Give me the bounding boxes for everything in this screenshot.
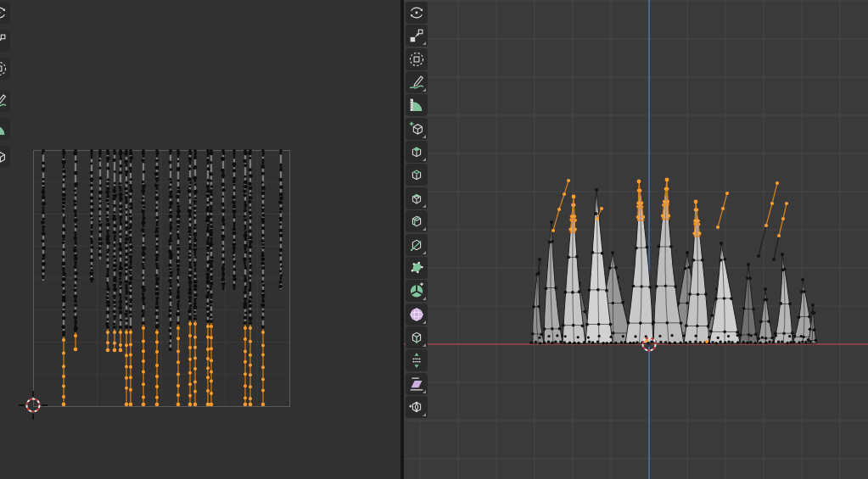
vertex-dot[interactable] [801, 278, 804, 281]
uv-vertex-dot[interactable] [169, 195, 173, 199]
vertex-dot[interactable] [591, 251, 594, 254]
uv-vertex-dot[interactable] [99, 202, 102, 204]
vertex-dot[interactable] [788, 303, 792, 306]
uv-selected-vertex-dot[interactable] [142, 382, 145, 386]
uv-vertex-dot[interactable] [248, 200, 251, 203]
uv-vertex-dot[interactable] [188, 152, 192, 155]
vertex-dot[interactable] [537, 305, 540, 309]
tool-inset-faces-button[interactable] [406, 164, 428, 186]
uv-vertex-dot[interactable] [261, 192, 266, 196]
uv-vertex-dot[interactable] [155, 248, 158, 251]
uv-selected-vertex-dot[interactable] [210, 392, 213, 395]
uv-vertex-dot[interactable] [249, 168, 252, 171]
vertex-dot[interactable] [754, 332, 758, 336]
uv-vertex-dot[interactable] [128, 292, 132, 296]
uv-vertex-dot[interactable] [244, 152, 248, 156]
vertex-dot[interactable] [808, 315, 811, 319]
uv-vertex-dot[interactable] [188, 185, 191, 187]
vertex-dot[interactable] [596, 340, 599, 343]
selected-vertex-dot[interactable] [667, 214, 670, 217]
uv-vertex-dot[interactable] [221, 157, 225, 161]
selected-vertex-dot[interactable] [640, 201, 643, 204]
vertex-dot[interactable] [587, 336, 590, 338]
vertex-dot[interactable] [768, 340, 770, 343]
vertex-dot[interactable] [537, 271, 540, 275]
uv-vertex-dot[interactable] [189, 203, 192, 206]
uv-vertex-dot[interactable] [261, 280, 265, 283]
vertex-dot[interactable] [650, 340, 652, 343]
uv-selected-vertex-dot[interactable] [113, 342, 116, 345]
uv-vertex-dot[interactable] [105, 208, 109, 212]
vertex-dot[interactable] [792, 341, 795, 343]
uv-selected-vertex-dot[interactable] [206, 366, 210, 370]
uv-vertex-dot[interactable] [193, 226, 197, 230]
uv-vertex-dot[interactable] [244, 181, 248, 185]
uv-vertex-dot[interactable] [279, 152, 282, 154]
vertex-dot[interactable] [714, 298, 718, 301]
tool-shear-button[interactable] [406, 373, 428, 395]
uv-vertex-dot[interactable] [155, 245, 159, 248]
vertex-dot[interactable] [764, 337, 768, 340]
uv-vertex-dot[interactable] [120, 319, 122, 321]
uv-vertex-dot[interactable] [125, 234, 128, 237]
vertex-dot[interactable] [779, 302, 782, 305]
tool-add-cube-button[interactable] [406, 118, 428, 140]
uv-selected-vertex-dot[interactable] [155, 364, 159, 367]
vertex-dot[interactable] [674, 285, 677, 288]
uv-vertex-dot[interactable] [244, 215, 246, 218]
vertex-dot[interactable] [772, 258, 776, 261]
uv-selected-vertex-dot[interactable] [155, 403, 160, 407]
selected-vertex-dot[interactable] [705, 340, 708, 343]
uv-vertex-dot[interactable] [206, 287, 209, 290]
uv-vertex-dot[interactable] [142, 288, 145, 292]
uv-vertex-dot[interactable] [73, 152, 77, 156]
uv-vertex-dot[interactable] [249, 321, 252, 325]
vertex-dot[interactable] [688, 265, 692, 269]
vertex-dot[interactable] [540, 333, 543, 337]
uv-vertex-dot[interactable] [129, 227, 132, 230]
uv-vertex-dot[interactable] [221, 234, 226, 238]
uv-selected-vertex-dot[interactable] [106, 331, 109, 334]
vertex-dot[interactable] [665, 178, 669, 182]
uv-vertex-dot[interactable] [262, 247, 265, 249]
uv-vertex-dot[interactable] [249, 236, 252, 239]
uv-vertex-dot[interactable] [73, 248, 77, 253]
uv-vertex-dot[interactable] [106, 214, 109, 216]
uv-vertex-dot[interactable] [98, 220, 101, 223]
uv-vertex-dot[interactable] [130, 178, 132, 181]
uv-vertex-dot[interactable] [98, 191, 103, 195]
vertex-dot[interactable] [659, 341, 662, 343]
uv-vertex-dot[interactable] [168, 329, 171, 332]
uv-vertex-dot[interactable] [106, 274, 109, 277]
uv-vertex-dot[interactable] [169, 268, 171, 270]
uv-vertex-dot[interactable] [280, 265, 283, 268]
vertex-dot[interactable] [692, 259, 695, 262]
vertex-dot[interactable] [680, 321, 683, 325]
uv-vertex-dot[interactable] [249, 187, 252, 190]
uv-selected-vertex-dot[interactable] [193, 356, 197, 359]
vertex-dot[interactable] [639, 321, 642, 325]
uv-vertex-dot[interactable] [74, 203, 77, 206]
vertex-dot[interactable] [710, 314, 714, 317]
uv-vertex-dot[interactable] [249, 245, 252, 248]
vertex-dot[interactable] [564, 335, 567, 337]
vertex-dot[interactable] [572, 324, 575, 327]
uv-vertex-dot[interactable] [142, 259, 145, 262]
vertex-dot[interactable] [781, 340, 783, 343]
vertex-dot[interactable] [815, 339, 818, 343]
uv-vertex-dot[interactable] [169, 292, 171, 295]
uv-vertex-dot[interactable] [278, 285, 282, 288]
vertex-dot[interactable] [658, 335, 661, 337]
grass-blade[interactable] [543, 220, 563, 343]
uv-vertex-dot[interactable] [278, 200, 283, 204]
uv-vertex-dot[interactable] [119, 182, 121, 185]
uv-vertex-dot[interactable] [169, 211, 172, 214]
uv-vertex-dot[interactable] [261, 226, 265, 230]
uv-selected-vertex-dot[interactable] [142, 339, 145, 343]
vertex-dot[interactable] [538, 337, 540, 339]
uv-vertex-dot[interactable] [193, 293, 198, 298]
vertex-dot[interactable] [581, 324, 585, 327]
uv-vertex-dot[interactable] [188, 237, 192, 241]
uv-selected-vertex-dot[interactable] [155, 341, 159, 344]
vertex-dot[interactable] [583, 310, 586, 314]
